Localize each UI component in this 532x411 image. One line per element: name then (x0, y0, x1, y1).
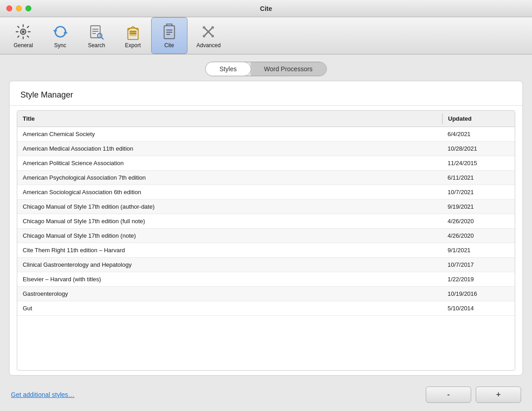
general-label: General (14, 42, 33, 49)
cell-title: American Psychological Association 7th e… (17, 171, 442, 185)
sync-label: Sync (54, 42, 66, 49)
cell-title: American Political Science Association (17, 156, 442, 170)
svg-point-18 (203, 26, 206, 29)
svg-point-21 (212, 34, 214, 37)
cite-icon (161, 23, 178, 40)
cell-updated: 10/7/2021 (442, 185, 515, 199)
table-body[interactable]: American Chemical Society6/4/2021America… (17, 127, 515, 370)
cell-updated: 10/19/2016 (442, 287, 515, 301)
cell-title: Chicago Manual of Style 17th edition (au… (17, 200, 442, 214)
cell-updated: 4/26/2020 (442, 229, 515, 243)
cell-title: Chicago Manual of Style 17th edition (fu… (17, 214, 442, 228)
cell-updated: 9/1/2021 (442, 243, 515, 257)
footer: Get additional styles… - + (0, 380, 532, 409)
search-label: Search (88, 42, 105, 49)
cell-title: American Chemical Society (17, 127, 442, 141)
add-style-button[interactable]: + (476, 387, 521, 403)
cell-title: American Medical Association 11th editio… (17, 142, 442, 156)
table-row[interactable]: Gastroenterology10/19/2016 (17, 287, 515, 301)
col-updated-header: Updated (442, 113, 515, 124)
toolbar-item-sync[interactable]: Sync (42, 17, 79, 54)
table-row[interactable]: Chicago Manual of Style 17th edition (au… (17, 200, 515, 214)
cell-updated: 5/10/2014 (442, 301, 515, 315)
footer-buttons: - + (426, 387, 521, 403)
main-content: Style Manager Title Updated American Che… (9, 81, 523, 376)
toolbar: General Sync Search Exp (0, 17, 532, 54)
toolbar-item-general[interactable]: General (5, 17, 42, 54)
cell-title: Chicago Manual of Style 17th edition (no… (17, 229, 442, 243)
cell-title: Cite Them Right 11th edition – Harvard (17, 243, 442, 257)
maximize-button[interactable] (25, 5, 31, 11)
cell-updated: 9/19/2021 (442, 200, 515, 214)
style-manager-header: Style Manager (10, 81, 522, 106)
svg-rect-9 (129, 30, 136, 36)
sync-icon (52, 23, 69, 40)
window-title: Cite (260, 5, 272, 12)
cell-updated: 6/11/2021 (442, 171, 515, 185)
cell-title: American Sociological Association 6th ed… (17, 185, 442, 199)
cell-updated: 10/7/2017 (442, 258, 515, 272)
cell-title: Elsevier – Harvard (with titles) (17, 272, 442, 286)
styles-table: Title Updated American Chemical Society6… (17, 110, 515, 371)
advanced-label: Advanced (197, 42, 221, 49)
tab-bar: Styles Word Processors (0, 54, 532, 76)
table-row[interactable]: American Psychological Association 7th e… (17, 171, 515, 185)
window-controls (6, 5, 31, 11)
title-bar: Cite (0, 0, 532, 17)
table-row[interactable]: Gut5/10/2014 (17, 301, 515, 316)
table-row[interactable]: American Medical Association 11th editio… (17, 142, 515, 156)
remove-style-button[interactable]: - (426, 387, 471, 403)
toolbar-item-export[interactable]: Export (115, 17, 151, 54)
advanced-icon (200, 23, 217, 40)
cell-updated: 10/28/2021 (442, 142, 515, 156)
cell-title: Gut (17, 301, 442, 315)
svg-point-20 (203, 34, 206, 37)
table-row[interactable]: Elsevier – Harvard (with titles)1/22/201… (17, 272, 515, 287)
toolbar-item-cite[interactable]: Cite (151, 17, 187, 54)
cell-updated: 6/4/2021 (442, 127, 515, 141)
svg-point-1 (22, 30, 25, 33)
close-button[interactable] (6, 5, 12, 11)
search-icon (88, 23, 105, 40)
get-styles-link[interactable]: Get additional styles… (11, 391, 74, 398)
tab-styles[interactable]: Styles (205, 62, 251, 76)
table-row[interactable]: Chicago Manual of Style 17th edition (fu… (17, 214, 515, 229)
cell-updated: 11/24/2015 (442, 156, 515, 170)
table-header: Title Updated (17, 111, 515, 127)
minimize-button[interactable] (16, 5, 22, 11)
tab-group: Styles Word Processors (205, 62, 326, 76)
cell-title: Gastroenterology (17, 287, 442, 301)
table-row[interactable]: American Political Science Association11… (17, 156, 515, 171)
col-title-header: Title (17, 113, 442, 124)
cell-updated: 4/26/2020 (442, 214, 515, 228)
table-row[interactable]: Cite Them Right 11th edition – Harvard9/… (17, 243, 515, 258)
cell-title: Clinical Gastroenterology and Hepatology (17, 258, 442, 272)
export-icon (124, 23, 142, 40)
table-row[interactable]: Chicago Manual of Style 17th edition (no… (17, 229, 515, 243)
table-row[interactable]: American Chemical Society6/4/2021 (17, 127, 515, 142)
toolbar-item-advanced[interactable]: Advanced (187, 17, 230, 54)
toolbar-item-search[interactable]: Search (79, 17, 115, 54)
cell-updated: 1/22/2019 (442, 272, 515, 286)
table-row[interactable]: Clinical Gastroenterology and Hepatology… (17, 258, 515, 272)
gear-icon (15, 23, 32, 40)
cite-label: Cite (164, 42, 174, 49)
svg-line-7 (101, 37, 103, 39)
export-label: Export (125, 42, 141, 49)
tab-word-processors[interactable]: Word Processors (251, 62, 326, 76)
table-row[interactable]: American Sociological Association 6th ed… (17, 185, 515, 200)
svg-point-19 (212, 26, 214, 29)
